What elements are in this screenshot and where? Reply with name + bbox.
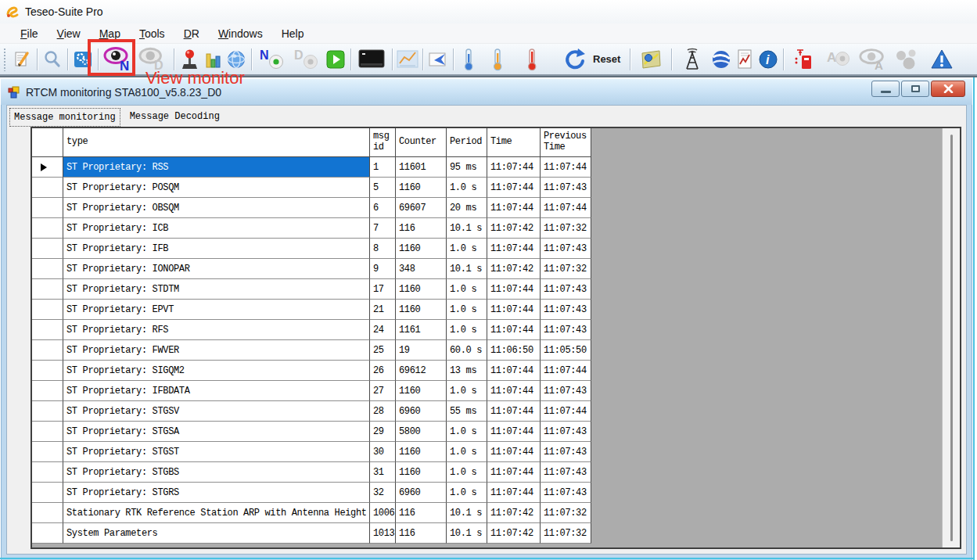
cell[interactable]: 95 ms (447, 157, 487, 178)
tab-message-decoding[interactable]: Message Decoding (126, 108, 224, 127)
cell[interactable]: 26 (370, 361, 396, 381)
cell[interactable]: 11:07:32 (541, 218, 591, 239)
cell[interactable]: 6 (370, 198, 396, 218)
cell[interactable]: 11:07:44 (487, 320, 541, 340)
nmea-recording-button[interactable]: N (255, 46, 289, 73)
table-row[interactable]: ST Proprietary: STGRS3269601.0 s11:07:44… (32, 483, 591, 503)
cell[interactable]: 11:07:44 (487, 157, 541, 178)
column-header-msg-id[interactable]: msg id (370, 128, 396, 157)
cell[interactable]: 1.0 s (447, 462, 487, 483)
cell[interactable]: 1160 (396, 381, 447, 401)
restore-button[interactable] (901, 81, 929, 97)
table-row[interactable]: ST Proprietary: STGST3011601.0 s11:07:44… (32, 442, 591, 462)
cell[interactable]: ST Proprietary: STGBS (63, 462, 370, 483)
cell[interactable]: 11:07:42 (487, 218, 541, 239)
cell[interactable]: ST Proprietary: STGSA (63, 422, 370, 442)
cell[interactable]: 31 (370, 462, 396, 483)
google-earth-button[interactable] (709, 46, 733, 73)
cell[interactable]: 10.1 s (447, 503, 487, 523)
menu-file[interactable]: File (11, 25, 48, 42)
row-header-corner[interactable] (32, 128, 63, 157)
table-row[interactable]: ST Proprietary: RFS2411611.0 s11:07:4411… (32, 320, 591, 340)
cell[interactable]: 1.0 s (447, 422, 487, 442)
table-row[interactable]: ST Proprietary: EPVT2111601.0 s11:07:441… (32, 300, 591, 320)
column-header-counter[interactable]: Counter (396, 128, 447, 157)
cell[interactable]: 11:07:32 (541, 503, 591, 523)
cell[interactable]: ST Proprietary: STGST (63, 442, 370, 462)
row-header[interactable] (32, 361, 63, 381)
cell[interactable]: 11:07:42 (487, 523, 541, 544)
cell[interactable]: ST Proprietary: STGSV (63, 401, 370, 422)
cell[interactable]: 11:07:44 (487, 300, 541, 320)
cell[interactable]: ST Proprietary: POSQM (63, 178, 370, 198)
cell[interactable]: 11:07:44 (487, 239, 541, 259)
table-row[interactable]: ST Proprietary: SIGQM2266961213 ms11:07:… (32, 361, 591, 381)
cell[interactable]: 11:07:43 (541, 300, 591, 320)
reset-label[interactable]: Reset (593, 53, 620, 65)
cell[interactable]: 11:07:43 (541, 422, 591, 442)
cell[interactable]: ST Proprietary: EPVT (63, 300, 370, 320)
cell[interactable]: 1013 (370, 523, 396, 544)
tab-message-monitoring[interactable]: Message monitoring (9, 108, 120, 127)
cell[interactable]: 1.0 s (447, 178, 487, 198)
table-row[interactable]: ST Proprietary: STGSV28696055 ms11:07:44… (32, 401, 591, 422)
row-header[interactable] (32, 239, 63, 259)
cell[interactable]: 1.0 s (447, 300, 487, 320)
cell[interactable]: 1.0 s (447, 320, 487, 340)
vertical-scrollbar[interactable] (942, 128, 960, 547)
table-row[interactable]: ST Proprietary: POSQM511601.0 s11:07:441… (32, 178, 591, 198)
row-header[interactable] (32, 462, 63, 483)
cell[interactable]: 27 (370, 381, 396, 401)
cell[interactable]: 1161 (396, 320, 447, 340)
report-button[interactable] (733, 46, 756, 73)
cell[interactable]: 30 (370, 442, 396, 462)
row-header[interactable] (32, 381, 63, 401)
cell[interactable]: 11:07:44 (487, 442, 541, 462)
cell[interactable]: 11:07:43 (541, 239, 591, 259)
cell[interactable]: 1.0 s (447, 381, 487, 401)
cell[interactable]: 1006 (370, 503, 396, 523)
cell[interactable]: 69607 (396, 198, 447, 218)
cell[interactable]: 10.1 s (447, 259, 487, 279)
cell[interactable]: 1 (370, 157, 396, 178)
cell[interactable]: 10.1 s (447, 523, 487, 544)
cell[interactable]: 11:07:44 (487, 198, 541, 218)
cell[interactable]: 11:07:44 (487, 422, 541, 442)
cell[interactable]: 55 ms (447, 401, 487, 422)
cell[interactable]: 11:07:44 (487, 381, 541, 401)
edit-button[interactable] (10, 46, 34, 73)
row-header[interactable] (32, 157, 63, 178)
cell[interactable]: 1.0 s (447, 239, 487, 259)
reset-button[interactable] (557, 46, 591, 73)
row-header[interactable] (32, 401, 63, 422)
cell[interactable]: 11:07:44 (487, 462, 541, 483)
table-row[interactable]: ST Proprietary: FWVER251960.0 s11:06:501… (32, 340, 591, 361)
cell[interactable]: 11:07:42 (487, 259, 541, 279)
cell[interactable]: 11:07:43 (541, 320, 591, 340)
row-header[interactable] (32, 422, 63, 442)
cell[interactable]: 116 (396, 218, 447, 239)
table-row[interactable]: System Parameters101311610.1 s11:07:4211… (32, 523, 591, 544)
menu-windows[interactable]: Windows (209, 25, 272, 42)
minimize-button[interactable] (871, 81, 900, 97)
cell[interactable]: 28 (370, 401, 396, 422)
cell[interactable]: ST Proprietary: IFB (63, 239, 370, 259)
thermometer-blue-button[interactable] (457, 46, 480, 73)
cell[interactable]: 1160 (396, 462, 447, 483)
cell[interactable]: 116 (396, 523, 447, 544)
row-header[interactable] (32, 279, 63, 300)
cell[interactable]: ST Proprietary: IONOPAR (63, 259, 370, 279)
cell[interactable]: 21 (370, 300, 396, 320)
table-row[interactable]: ST Proprietary: STGBS3111601.0 s11:07:44… (32, 462, 591, 483)
table-row[interactable]: ST Proprietary: IFBDATA2711601.0 s11:07:… (32, 381, 591, 401)
info-button[interactable]: i (756, 46, 780, 73)
table-row[interactable]: ST Proprietary: STGSA2958001.0 s11:07:44… (32, 422, 591, 442)
cell[interactable]: 11:07:44 (541, 361, 591, 381)
toolbar-grip[interactable] (3, 48, 6, 71)
cell[interactable]: 9 (370, 259, 396, 279)
menu-tools[interactable]: Tools (130, 25, 174, 42)
cell[interactable]: 17 (370, 279, 396, 300)
row-header[interactable] (32, 218, 63, 239)
cell[interactable]: 11:07:43 (541, 462, 591, 483)
cell[interactable]: 6960 (396, 401, 447, 422)
